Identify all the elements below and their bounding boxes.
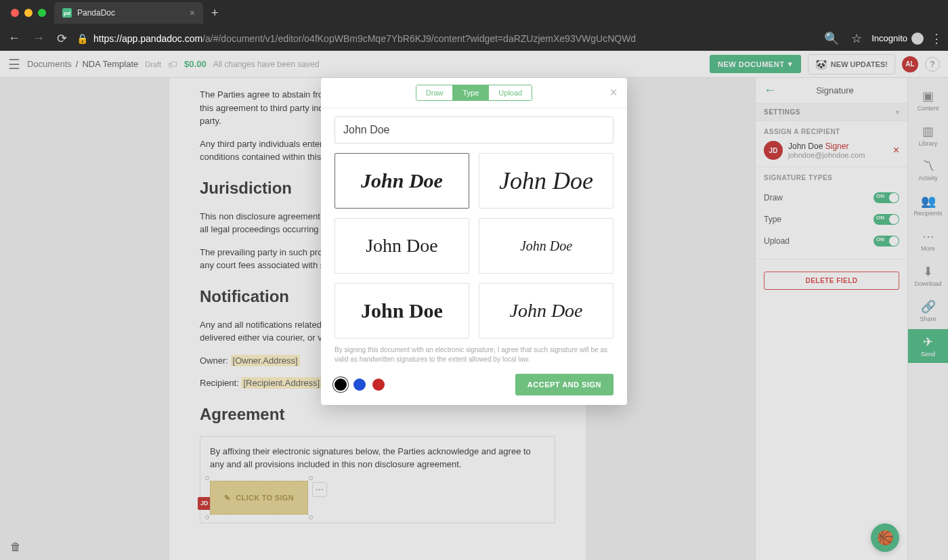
icon-rail: ▣Content ▥Library 〽Activity 👥Recipients … [907, 78, 948, 560]
resize-handle[interactable] [309, 476, 313, 480]
resize-handle[interactable] [205, 515, 209, 519]
browser-tab[interactable]: pd PandaDoc × [54, 2, 203, 24]
tab-close-icon[interactable]: × [190, 7, 195, 18]
resize-handle[interactable] [205, 476, 209, 480]
sig-type-draw-row: Draw ON [764, 187, 899, 209]
tab-type[interactable]: Type [452, 85, 488, 100]
sig-type-type-label: Type [764, 215, 781, 224]
lock-icon: 🔒 [77, 33, 88, 44]
signature-widget: JD ✎ CLICK TO SIGN ⋯ [210, 481, 308, 515]
signature-name-input[interactable] [335, 116, 613, 144]
browser-tab-bar: pd PandaDoc × + [0, 0, 948, 26]
draft-badge: Draft [145, 60, 161, 68]
owner-address-placeholder[interactable]: [Owner.Address] [231, 355, 300, 366]
sig-type-type-row: Type ON [764, 209, 899, 230]
new-updates-button[interactable]: 🐼 NEW UPDATES! [808, 54, 895, 74]
signature-style-4[interactable]: John Doe [479, 218, 613, 274]
signer-badge: JD [198, 497, 211, 511]
click-to-sign-button[interactable]: ✎ CLICK TO SIGN [210, 481, 308, 515]
new-tab-button[interactable]: + [211, 6, 219, 20]
color-swatch-red[interactable] [372, 379, 385, 391]
header-right: NEW DOCUMENT ▾ 🐼 NEW UPDATES! AL ? [710, 54, 940, 74]
breadcrumb-root[interactable]: Documents [27, 59, 72, 69]
signature-style-3[interactable]: John Doe [335, 218, 469, 274]
signature-style-6[interactable]: John Doe [479, 283, 613, 339]
rail-recipients[interactable]: 👥Recipients [908, 188, 948, 222]
app-header: ☰ Documents / NDA Template Draft 🏷 $0.00… [0, 51, 948, 78]
save-status: All changes have been saved [213, 60, 320, 69]
back-button[interactable]: ← [5, 28, 23, 48]
library-icon: ▥ [922, 124, 934, 139]
signature-style-1[interactable]: John Doe [335, 153, 469, 209]
tab-title: PandaDoc [77, 8, 184, 18]
recipient-info: John Doe Signer johndoe@johndoe.com [788, 142, 888, 159]
chat-bubble[interactable]: 🏀 [871, 523, 899, 552]
more-options-button[interactable]: ⋯ [312, 482, 327, 497]
sig-type-draw-toggle[interactable]: ON [874, 192, 899, 203]
back-arrow-icon[interactable]: ← [764, 83, 776, 98]
side-panel: ← Signature SETTINGS ▾ ASSIGN A RECIPIEN… [755, 78, 907, 560]
new-document-button[interactable]: NEW DOCUMENT ▾ [710, 55, 801, 73]
window-close-button[interactable] [11, 9, 19, 17]
rail-download[interactable]: ⬇Download [908, 259, 948, 293]
modal-body: John Doe John Doe John Doe John Doe John… [321, 108, 627, 405]
heading-agreement: Agreement [200, 402, 555, 427]
window-maximize-button[interactable] [38, 9, 46, 17]
remove-recipient-icon[interactable]: × [893, 144, 899, 156]
rail-share[interactable]: 🔗Share [908, 294, 948, 328]
recipient-address-placeholder[interactable]: [Recipient.Address] [241, 377, 322, 389]
color-picker [335, 379, 385, 391]
browser-toolbar: ← → ⟳ 🔒 https://app.pandadoc.com/a/#/doc… [0, 26, 948, 51]
tab-upload[interactable]: Upload [488, 85, 532, 100]
delete-field-button[interactable]: DELETE FIELD [764, 272, 899, 290]
modal-footer: ACCEPT AND SIGN [335, 374, 613, 395]
url-host: https://app.pandadoc.com [93, 33, 202, 44]
color-swatch-black[interactable] [335, 379, 347, 391]
rail-more[interactable]: ⋯More [908, 223, 948, 257]
window-minimize-button[interactable] [24, 9, 33, 17]
modal-tabs: Draw Type Upload × [321, 78, 627, 108]
sig-type-upload-toggle[interactable]: ON [874, 236, 899, 246]
recipients-icon: 👥 [921, 194, 936, 209]
rail-content[interactable]: ▣Content [908, 83, 948, 117]
color-swatch-blue[interactable] [353, 379, 366, 391]
rail-library[interactable]: ▥Library [908, 119, 948, 152]
signature-style-5[interactable]: John Doe [335, 283, 469, 339]
forward-button[interactable]: → [30, 28, 47, 48]
rail-activity[interactable]: 〽Activity [908, 154, 948, 187]
tag-icon[interactable]: 🏷 [168, 59, 177, 70]
trash-icon[interactable]: 🗑 [10, 541, 21, 553]
reload-button[interactable]: ⟳ [54, 28, 70, 49]
incognito-badge: Incognito [871, 33, 924, 45]
address-bar[interactable]: 🔒 https://app.pandadoc.com/a/#/document/… [77, 33, 815, 44]
chevron-down-icon: ▾ [896, 108, 900, 116]
signature-style-grid: John Doe John Doe John Doe John Doe John… [335, 153, 613, 339]
search-icon[interactable]: 🔍 [821, 28, 842, 49]
url-path: /a/#/document/v1/editor/o4fKopWBm9cMqe7Y… [202, 33, 636, 44]
settings-section-header[interactable]: SETTINGS ▾ [756, 104, 907, 121]
incognito-icon [911, 33, 924, 45]
user-avatar[interactable]: AL [902, 56, 918, 72]
tab-group: Draw Type Upload [416, 85, 532, 101]
rail-send[interactable]: ✈Send [908, 329, 948, 363]
send-icon: ✈ [923, 335, 933, 349]
signature-disclaimer: By signing this document with an electro… [335, 345, 613, 364]
browser-menu-button[interactable]: ⋮ [930, 31, 943, 46]
browser-chrome: pd PandaDoc × + ← → ⟳ 🔒 https://app.pand… [0, 0, 948, 51]
recipient-email: johndoe@johndoe.com [788, 151, 888, 159]
assign-recipient-label: ASSIGN A RECIPIENT [764, 128, 899, 135]
menu-icon[interactable]: ☰ [8, 56, 20, 72]
signature-modal: Draw Type Upload × John Doe John Doe Joh… [321, 78, 627, 405]
sig-type-type-toggle[interactable]: ON [874, 214, 899, 225]
resize-handle[interactable] [309, 515, 313, 519]
signature-style-2[interactable]: John Doe [479, 153, 613, 209]
help-button[interactable]: ? [925, 57, 940, 72]
sig-type-upload-row: Upload ON [764, 230, 899, 252]
agreement-box: By affixing their electronic signatures … [200, 436, 555, 524]
sig-type-draw-label: Draw [764, 193, 783, 202]
accept-and-sign-button[interactable]: ACCEPT AND SIGN [515, 374, 613, 395]
modal-close-icon[interactable]: × [609, 85, 618, 100]
breadcrumb: Documents / NDA Template [27, 59, 138, 69]
tab-draw[interactable]: Draw [416, 85, 453, 100]
bookmark-icon[interactable]: ☆ [848, 28, 865, 49]
